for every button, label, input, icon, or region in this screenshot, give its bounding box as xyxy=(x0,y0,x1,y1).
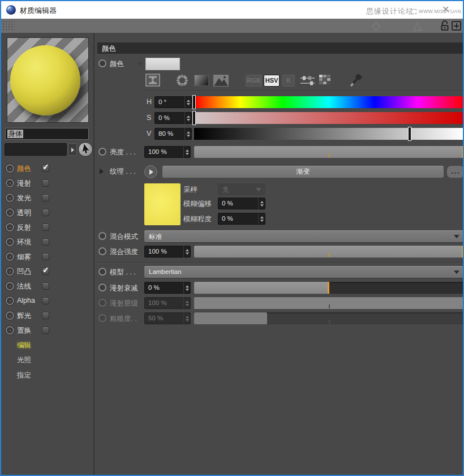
channel-radio[interactable] xyxy=(6,194,14,202)
swatches-grid-icon[interactable] xyxy=(319,75,330,84)
channel-radio[interactable] xyxy=(6,282,14,290)
mix-strength-slider[interactable] xyxy=(194,246,463,258)
animate-toggle[interactable] xyxy=(98,148,106,156)
channel-reflection[interactable]: 反射 xyxy=(1,220,93,235)
compact-mode-icon[interactable] xyxy=(145,74,160,89)
tab-illumination[interactable]: 光照 xyxy=(1,354,93,366)
channel-checkbox[interactable] xyxy=(42,327,49,334)
tab-assign[interactable]: 指定 xyxy=(1,369,93,381)
spinner[interactable] xyxy=(183,246,191,258)
channel-radio[interactable] xyxy=(6,297,14,305)
channel-radio[interactable] xyxy=(6,223,14,231)
close-button[interactable]: ✕ xyxy=(442,4,449,15)
spinner[interactable] xyxy=(183,146,191,158)
mode-k-button[interactable]: K xyxy=(282,75,295,87)
value-slider[interactable] xyxy=(194,128,463,140)
diffuse-falloff-slider[interactable] xyxy=(194,282,463,294)
slider-marker[interactable] xyxy=(192,95,196,109)
saturation-slider[interactable] xyxy=(194,112,463,124)
channel-radio[interactable] xyxy=(6,311,14,320)
animate-toggle[interactable] xyxy=(98,268,106,276)
channel-checkbox[interactable] xyxy=(42,297,49,305)
animate-toggle[interactable] xyxy=(98,59,106,67)
channel-radio[interactable] xyxy=(6,164,14,173)
channel-radio[interactable] xyxy=(6,252,14,261)
channel-luminance[interactable]: 发光 xyxy=(1,191,93,205)
channel-checkbox[interactable] xyxy=(42,253,49,260)
mode-rgb-button[interactable]: RGB xyxy=(246,75,262,87)
mix-mode-dropdown[interactable]: 标准 xyxy=(144,230,463,242)
material-preview[interactable] xyxy=(7,37,89,123)
diffuse-falloff-input[interactable]: 0 % xyxy=(144,282,191,294)
texture-more-button[interactable]: ... xyxy=(447,166,464,178)
channel-checkbox[interactable] xyxy=(42,209,49,216)
brightness-input[interactable]: 100 % xyxy=(144,146,191,158)
channel-environment[interactable]: 环境 xyxy=(1,235,93,250)
hue-input[interactable]: 0 ° xyxy=(154,96,192,108)
mode-hsv-button[interactable]: HSV xyxy=(264,75,280,87)
channel-checkbox[interactable]: ✔ xyxy=(42,268,49,275)
animate-toggle[interactable] xyxy=(98,232,106,240)
animate-toggle[interactable] xyxy=(98,284,106,291)
spinner[interactable] xyxy=(184,96,192,108)
spinner[interactable] xyxy=(184,112,192,124)
eyedropper-icon[interactable] xyxy=(349,74,366,90)
spinner[interactable] xyxy=(183,282,191,294)
channel-alpha[interactable]: Alpha xyxy=(1,294,93,308)
texture-shader-button[interactable]: 渐变 xyxy=(162,166,444,178)
lock-icon[interactable] xyxy=(440,20,450,31)
image-picker-icon[interactable] xyxy=(213,75,229,89)
channel-checkbox[interactable]: ✔ xyxy=(42,165,49,172)
channel-checkbox[interactable] xyxy=(42,179,49,187)
mix-strength-input[interactable]: 100 % xyxy=(144,246,191,258)
spinner[interactable] xyxy=(258,198,265,209)
slider-marker[interactable] xyxy=(408,127,411,141)
spectrum-icon[interactable] xyxy=(194,75,209,86)
channel-checkbox[interactable] xyxy=(42,194,49,201)
brightness-row: 亮度 . . . 100 % xyxy=(94,146,464,159)
channel-checkbox[interactable] xyxy=(42,238,49,246)
expand-triangle-icon[interactable] xyxy=(100,169,104,174)
pick-cursor-button[interactable] xyxy=(78,142,93,157)
model-dropdown[interactable]: Lambertian xyxy=(144,266,463,278)
mixer-sliders-icon[interactable] xyxy=(300,75,315,88)
tab-edit[interactable]: 编辑 xyxy=(1,339,93,351)
spinner[interactable] xyxy=(258,213,265,225)
channel-displacement[interactable]: 置换 xyxy=(1,323,93,338)
chevron-down-icon[interactable] xyxy=(138,62,143,66)
texture-preview-swatch[interactable] xyxy=(144,183,181,225)
hue-slider[interactable] xyxy=(194,96,463,108)
channel-bump[interactable]: 凹凸 ✔ xyxy=(1,264,93,279)
color-wheel-icon[interactable] xyxy=(175,74,189,89)
channel-checkbox[interactable] xyxy=(42,312,49,319)
material-name-input[interactable]: 身体 xyxy=(5,128,89,140)
value-input[interactable]: 80 % xyxy=(154,128,192,140)
channel-checkbox[interactable] xyxy=(42,224,49,231)
animate-toggle[interactable] xyxy=(98,247,106,255)
channel-fog[interactable]: 烟雾 xyxy=(1,250,93,264)
blur-scale-input[interactable]: 0 % xyxy=(218,213,265,225)
channel-diffusion[interactable]: 漫射 xyxy=(1,176,93,191)
quick-input[interactable] xyxy=(5,143,67,156)
channel-radio[interactable] xyxy=(6,238,14,246)
channel-radio[interactable] xyxy=(6,208,14,217)
channel-normal[interactable]: 法线 xyxy=(1,279,93,294)
brightness-slider[interactable] xyxy=(194,146,463,158)
channel-transparency[interactable]: 透明 xyxy=(1,205,93,220)
color-swatch[interactable] xyxy=(145,58,180,70)
channel-radio[interactable] xyxy=(6,267,14,276)
spinner[interactable] xyxy=(184,128,192,140)
channel-radio[interactable] xyxy=(6,179,14,187)
channel-checkbox[interactable] xyxy=(42,282,49,290)
new-material-button[interactable] xyxy=(452,21,461,31)
channel-color[interactable]: 颜色 ✔ xyxy=(1,161,93,176)
slider-marker[interactable] xyxy=(192,111,196,125)
saturation-input[interactable]: 0 % xyxy=(154,112,192,124)
texture-popup-button[interactable] xyxy=(144,165,157,178)
channel-glow[interactable]: 辉光 xyxy=(1,308,93,323)
blur-offset-input[interactable]: 0 % xyxy=(218,198,265,209)
channel-radio[interactable] xyxy=(6,326,14,335)
expand-button[interactable] xyxy=(68,143,77,156)
drag-handle-icon[interactable] xyxy=(3,21,15,30)
sampling-dropdown[interactable]: 无 xyxy=(218,183,265,195)
